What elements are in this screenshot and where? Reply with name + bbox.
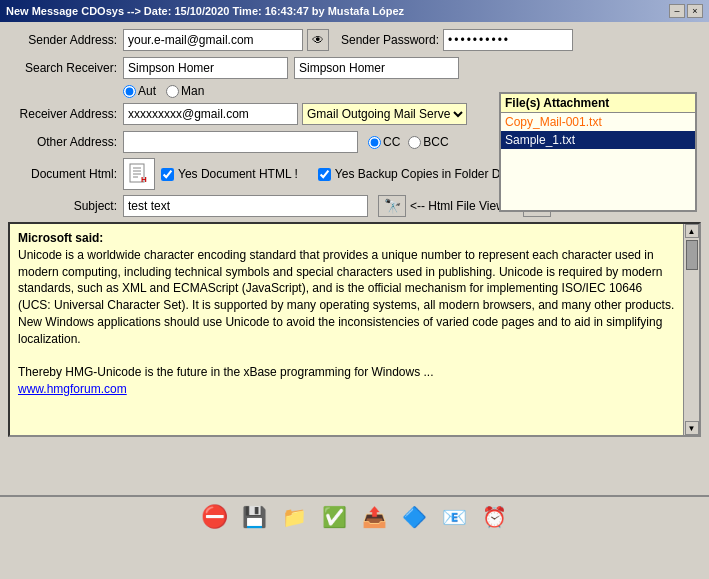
scroll-up-button[interactable]: ▲	[685, 224, 699, 238]
attachment-panel: File(s) Attachment Copy_Mail-001.txt Sam…	[499, 92, 697, 212]
ok-button[interactable]: ✅	[319, 501, 351, 533]
document-html-label: Document Html:	[8, 167, 123, 181]
mail-button[interactable]: 📧	[439, 501, 471, 533]
window-title: New Message CDOsys --> Date: 15/10/2020 …	[6, 5, 404, 17]
search-receiver-input-2[interactable]	[294, 57, 459, 79]
msg-link[interactable]: www.hmgforum.com	[18, 382, 127, 396]
receiver-address-label: Receiver Address:	[8, 107, 123, 121]
save-button[interactable]: 💾	[239, 501, 271, 533]
blue-button[interactable]: 🔷	[399, 501, 431, 533]
sender-password-input[interactable]	[443, 29, 573, 51]
subject-input[interactable]	[123, 195, 368, 217]
msg-para-2: Unicode is a worldwide character encodin…	[18, 247, 675, 314]
bcc-label[interactable]: BCC	[408, 135, 448, 149]
document-icon: H	[123, 158, 155, 190]
msg-para-4: Thereby HMG-Unicode is the future in the…	[18, 364, 675, 381]
search-receiver-label: Search Receiver:	[8, 61, 123, 75]
sender-address-label: Sender Address:	[8, 33, 123, 47]
sender-address-input[interactable]	[123, 29, 303, 51]
title-bar: New Message CDOsys --> Date: 15/10/2020 …	[0, 0, 709, 22]
send-button[interactable]: 📤	[359, 501, 391, 533]
html-viewer-button[interactable]: 🔭 <-- Html File Viewer	[378, 195, 515, 217]
gmail-server-select[interactable]: Gmail Outgoing Mail Serve	[302, 103, 467, 125]
radio-aut[interactable]	[123, 85, 136, 98]
msg-para-3: New Windows applications should use Unic…	[18, 314, 675, 348]
minimize-button[interactable]: –	[669, 4, 685, 18]
other-address-input[interactable]	[123, 131, 358, 153]
doc-html-checkbox-label[interactable]: Yes Document HTML !	[161, 167, 298, 181]
radio-bcc[interactable]	[408, 136, 421, 149]
binoculars-icon: 🔭	[378, 195, 406, 217]
receiver-address-input[interactable]	[123, 103, 298, 125]
doc-html-checkbox[interactable]	[161, 168, 174, 181]
search-receiver-row: Search Receiver:	[8, 56, 701, 80]
radio-man-label[interactable]: Man	[166, 84, 204, 98]
radio-aut-label[interactable]: Aut	[123, 84, 156, 98]
message-body-container: Microsoft said: Unicode is a worldwide c…	[8, 222, 701, 437]
attachment-item-1[interactable]: Copy_Mail-001.txt	[501, 113, 695, 131]
sender-address-row: Sender Address: 👁 Sender Password:	[8, 28, 701, 52]
attachment-header: File(s) Attachment	[501, 94, 695, 113]
svg-text:H: H	[141, 175, 147, 184]
eye-icon[interactable]: 👁	[307, 29, 329, 51]
backup-checkbox[interactable]	[318, 168, 331, 181]
attachment-item-2[interactable]: Sample_1.txt	[501, 131, 695, 149]
search-receiver-input-1[interactable]	[123, 57, 288, 79]
subject-label: Subject:	[8, 199, 123, 213]
radio-cc[interactable]	[368, 136, 381, 149]
msg-para-1-bold: Microsoft said:	[18, 231, 103, 245]
message-body[interactable]: Microsoft said: Unicode is a worldwide c…	[10, 224, 683, 435]
scroll-down-button[interactable]: ▼	[685, 421, 699, 435]
sender-password-label: Sender Password:	[341, 33, 439, 47]
taskbar: ⛔ 💾 📁 ✅ 📤 🔷 📧 ⏰	[0, 495, 709, 537]
scrollbar[interactable]: ▲ ▼	[683, 224, 699, 435]
folder-button[interactable]: 📁	[279, 501, 311, 533]
stop-button[interactable]: ⛔	[199, 501, 231, 533]
cc-label[interactable]: CC	[368, 135, 400, 149]
other-address-label: Other Address:	[8, 135, 123, 149]
close-button[interactable]: ×	[687, 4, 703, 18]
scroll-thumb[interactable]	[686, 240, 698, 270]
cc-bcc-row: CC BCC	[368, 135, 457, 149]
radio-man[interactable]	[166, 85, 179, 98]
alarm-button[interactable]: ⏰	[479, 501, 511, 533]
window-controls: – ×	[669, 4, 703, 18]
